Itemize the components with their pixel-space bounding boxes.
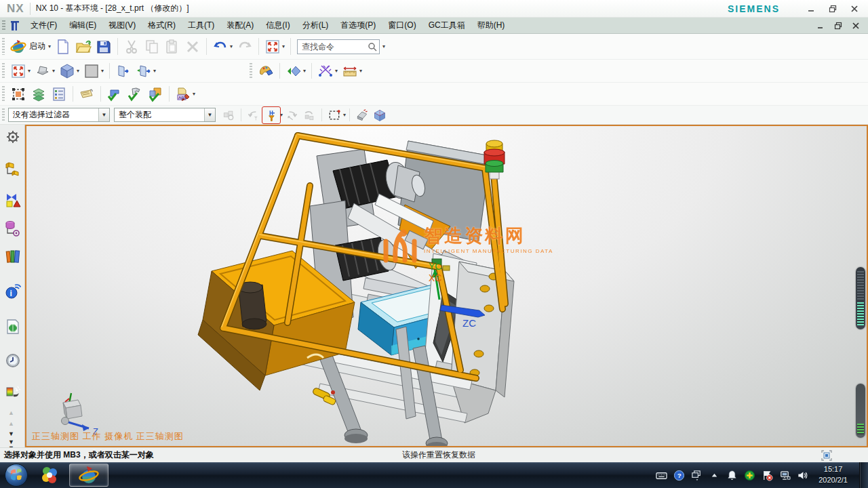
clip-slider-top[interactable] — [856, 267, 865, 329]
menu-view[interactable]: 视图(V) — [102, 18, 142, 33]
selection-scope-combo[interactable]: 整个装配 ▼ — [114, 108, 216, 122]
menu-format[interactable]: 格式(R) — [142, 18, 182, 33]
select-region-button[interactable] — [8, 85, 28, 104]
undo-icon — [212, 39, 229, 55]
assembly-check-button[interactable] — [145, 85, 165, 104]
layer-stack-button[interactable] — [28, 85, 49, 104]
wcs-xc-label: XC — [429, 272, 441, 283]
menu-analysis[interactable]: 分析(L) — [296, 18, 335, 33]
annotation-edit-button[interactable]: ABC▾ — [173, 85, 197, 104]
hidden-icons-arrow[interactable] — [709, 470, 720, 481]
lasso-dropdown-arrow[interactable]: ▾ — [343, 113, 346, 118]
mdi-minimize-button[interactable] — [814, 20, 827, 31]
palette-icon[interactable] — [5, 384, 21, 400]
action-center-flag-icon[interactable] — [762, 470, 773, 481]
volume-tray-icon[interactable] — [797, 470, 808, 481]
selection-mode-icon[interactable] — [821, 449, 833, 462]
annotation-edit-icon: ABC — [175, 86, 191, 102]
nx-logo: NX — [0, 2, 30, 16]
combo-dropdown-arrow[interactable]: ▼ — [98, 108, 109, 121]
restore-tray-icon[interactable] — [691, 470, 703, 481]
scroll-down-icon[interactable]: ▼ — [8, 431, 14, 437]
toolbar-grip[interactable] — [2, 86, 5, 102]
menu-edit[interactable]: 编辑(E) — [63, 18, 102, 33]
fit-view-button[interactable]: ▾ — [262, 37, 287, 56]
open-file-button[interactable] — [73, 37, 94, 56]
menu-tools[interactable]: 工具(T) — [182, 18, 220, 33]
mdi-close-button[interactable] — [849, 20, 863, 31]
toolbar-grip[interactable] — [2, 38, 5, 56]
show-desktop-button[interactable] — [859, 462, 868, 488]
help-tray-icon[interactable]: ? — [673, 470, 685, 481]
taskbar-clock[interactable]: 15:17 2020/2/1 — [818, 464, 848, 486]
filter-scope-button[interactable] — [262, 107, 280, 123]
web-browser-icon[interactable] — [5, 319, 21, 335]
note-tag-button[interactable] — [77, 85, 97, 104]
part-navigator-icon[interactable] — [5, 220, 21, 237]
new-file-icon — [55, 39, 71, 55]
clip-slider-bottom[interactable] — [856, 384, 865, 438]
nx-taskbar-button[interactable] — [69, 464, 108, 487]
measure-button[interactable]: ▾ — [340, 62, 364, 81]
wcs-yc-label: YC — [429, 261, 441, 272]
cube-select-button[interactable] — [371, 107, 389, 123]
save-button[interactable] — [94, 37, 114, 56]
menu-information[interactable]: 信息(I) — [260, 18, 296, 33]
fit-button[interactable]: ▾ — [8, 62, 33, 81]
minimize-button[interactable] — [802, 2, 821, 16]
internet-info-icon[interactable]: i — [5, 283, 21, 300]
roller-gear-icon[interactable] — [5, 129, 21, 145]
part-document-icon — [9, 20, 20, 31]
tool-check-button[interactable] — [125, 85, 145, 104]
browser-pinwheel-icon[interactable] — [38, 465, 61, 485]
mdi-restore-button[interactable] — [831, 20, 845, 31]
orient-view-button[interactable]: ▾ — [33, 62, 57, 81]
combo-dropdown-arrow[interactable]: ▼ — [204, 108, 215, 121]
eraser-button[interactable] — [353, 107, 371, 123]
layer-settings-button[interactable] — [49, 85, 69, 104]
notification-bell-icon[interactable] — [726, 470, 738, 481]
menu-help[interactable]: 帮助(H) — [471, 18, 511, 33]
shaded-cube-icon — [59, 63, 75, 79]
view-name-labels: 正三轴测图 工作 摄像机 正三轴测图 — [32, 430, 184, 443]
menu-file[interactable]: 文件(F) — [24, 18, 63, 33]
menu-assembly[interactable]: 装配(A) — [220, 18, 260, 33]
menu-gc-toolbox[interactable]: GC工具箱 — [422, 18, 471, 33]
find-command-box[interactable] — [297, 39, 380, 54]
section-view-button[interactable] — [113, 62, 134, 81]
new-file-button[interactable] — [53, 37, 73, 56]
edit-section-button[interactable]: ▾ — [134, 62, 158, 81]
selection-filter-value: 没有选择过滤器 — [9, 109, 98, 121]
keyboard-tray-icon[interactable] — [656, 470, 667, 481]
menu-preferences[interactable]: 首选项(P) — [334, 18, 382, 33]
start-orb[interactable] — [4, 463, 28, 487]
toolbar-grip[interactable] — [250, 63, 252, 79]
move-object-button[interactable] — [256, 62, 276, 81]
reuse-library-icon[interactable] — [5, 248, 21, 264]
find-dropdown-arrow[interactable]: ▾ — [382, 44, 385, 49]
lasso-button[interactable] — [326, 107, 343, 123]
filter-forward-button — [283, 107, 300, 123]
snap-point-button[interactable]: ▾ — [315, 62, 340, 81]
antivirus-tray-icon[interactable] — [744, 470, 755, 481]
restore-button[interactable] — [823, 2, 842, 16]
toolbar-grip[interactable] — [2, 108, 5, 121]
network-tray-icon[interactable] — [779, 470, 791, 481]
menu-window[interactable]: 窗口(O) — [382, 18, 422, 33]
toolbar-grip[interactable] — [2, 20, 5, 31]
constraint-navigator-icon[interactable] — [5, 192, 21, 208]
show-hide-button[interactable]: ▾ — [283, 62, 308, 81]
graphics-viewport[interactable]: YC XC ZC Z — [25, 125, 868, 447]
scroll-up-icon: ▲ — [8, 410, 14, 416]
toolbar-grip[interactable] — [2, 63, 5, 79]
history-clock-icon[interactable] — [5, 352, 21, 369]
start-menu-button[interactable]: 启动▾ — [8, 37, 53, 56]
block-check-button[interactable] — [104, 85, 125, 104]
assembly-navigator-icon[interactable] — [5, 161, 21, 178]
rendering-style-button[interactable]: ▾ — [57, 62, 81, 81]
close-button[interactable] — [845, 2, 864, 16]
display-mode-icon — [35, 63, 51, 79]
undo-button[interactable]: ▾ — [210, 37, 235, 56]
background-button[interactable]: ▾ — [81, 62, 106, 81]
selection-filter-combo[interactable]: 没有选择过滤器 ▼ — [8, 108, 110, 122]
